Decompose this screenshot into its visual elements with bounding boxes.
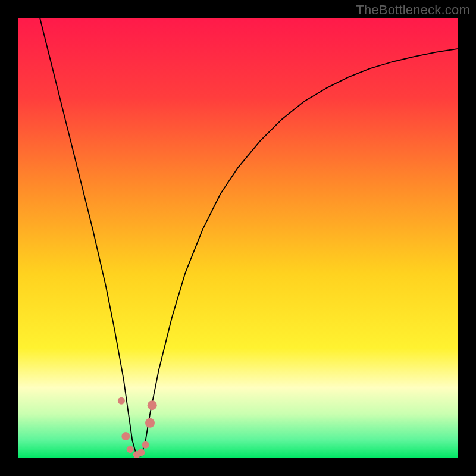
- data-marker: [121, 432, 130, 440]
- data-marker: [142, 441, 149, 449]
- data-marker: [137, 449, 145, 456]
- data-marker: [118, 397, 125, 405]
- plot-area: [18, 18, 458, 458]
- watermark-text: TheBottleneck.com: [356, 2, 470, 18]
- data-marker: [148, 400, 157, 410]
- data-marker: [127, 446, 134, 453]
- gradient-background: [18, 18, 458, 458]
- chart-frame: TheBottleneck.com: [0, 0, 476, 476]
- bottleneck-chart-svg: [18, 18, 458, 458]
- data-marker: [145, 418, 155, 428]
